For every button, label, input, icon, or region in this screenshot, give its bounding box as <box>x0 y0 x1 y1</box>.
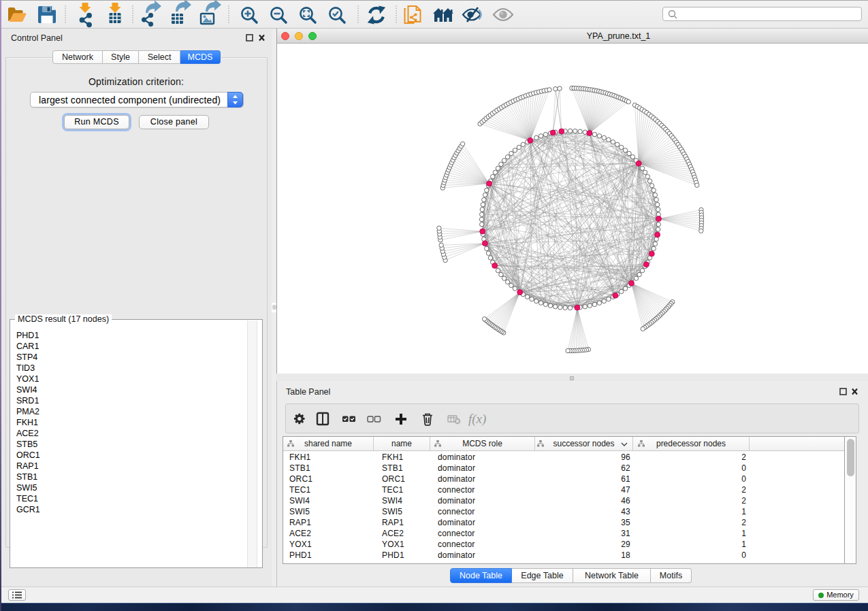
svg-text:f(x): f(x) <box>468 412 486 427</box>
